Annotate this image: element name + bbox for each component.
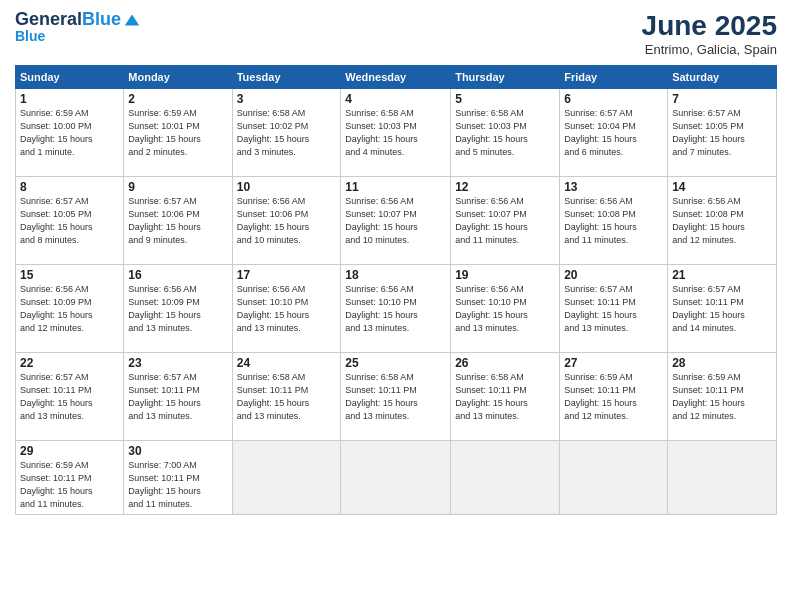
calendar-cell: 3Sunrise: 6:58 AM Sunset: 10:02 PM Dayli… — [232, 89, 341, 177]
weekday-header-tuesday: Tuesday — [232, 66, 341, 89]
day-number: 27 — [564, 356, 663, 370]
calendar-cell: 24Sunrise: 6:58 AM Sunset: 10:11 PM Dayl… — [232, 353, 341, 441]
day-info: Sunrise: 6:59 AM Sunset: 10:11 PM Daylig… — [20, 459, 119, 511]
day-number: 1 — [20, 92, 119, 106]
day-number: 23 — [128, 356, 227, 370]
day-info: Sunrise: 6:58 AM Sunset: 10:11 PM Daylig… — [345, 371, 446, 423]
calendar-cell: 15Sunrise: 6:56 AM Sunset: 10:09 PM Dayl… — [16, 265, 124, 353]
calendar-cell: 8Sunrise: 6:57 AM Sunset: 10:05 PM Dayli… — [16, 177, 124, 265]
calendar-cell: 29Sunrise: 6:59 AM Sunset: 10:11 PM Dayl… — [16, 441, 124, 515]
calendar-cell: 5Sunrise: 6:58 AM Sunset: 10:03 PM Dayli… — [451, 89, 560, 177]
day-number: 16 — [128, 268, 227, 282]
calendar-week-row: 15Sunrise: 6:56 AM Sunset: 10:09 PM Dayl… — [16, 265, 777, 353]
day-info: Sunrise: 6:56 AM Sunset: 10:06 PM Daylig… — [237, 195, 337, 247]
day-info: Sunrise: 6:56 AM Sunset: 10:09 PM Daylig… — [20, 283, 119, 335]
calendar-cell: 23Sunrise: 6:57 AM Sunset: 10:11 PM Dayl… — [124, 353, 232, 441]
calendar-cell: 30Sunrise: 7:00 AM Sunset: 10:11 PM Dayl… — [124, 441, 232, 515]
day-number: 4 — [345, 92, 446, 106]
day-info: Sunrise: 6:59 AM Sunset: 10:00 PM Daylig… — [20, 107, 119, 159]
calendar-cell: 9Sunrise: 6:57 AM Sunset: 10:06 PM Dayli… — [124, 177, 232, 265]
day-number: 18 — [345, 268, 446, 282]
calendar-week-row: 22Sunrise: 6:57 AM Sunset: 10:11 PM Dayl… — [16, 353, 777, 441]
day-info: Sunrise: 6:57 AM Sunset: 10:05 PM Daylig… — [672, 107, 772, 159]
day-info: Sunrise: 6:57 AM Sunset: 10:06 PM Daylig… — [128, 195, 227, 247]
day-info: Sunrise: 6:56 AM Sunset: 10:08 PM Daylig… — [564, 195, 663, 247]
calendar-cell: 21Sunrise: 6:57 AM Sunset: 10:11 PM Dayl… — [668, 265, 777, 353]
day-info: Sunrise: 6:56 AM Sunset: 10:08 PM Daylig… — [672, 195, 772, 247]
logo-blue: Blue — [15, 28, 141, 44]
calendar-cell: 12Sunrise: 6:56 AM Sunset: 10:07 PM Dayl… — [451, 177, 560, 265]
day-info: Sunrise: 6:56 AM Sunset: 10:07 PM Daylig… — [345, 195, 446, 247]
calendar-cell: 28Sunrise: 6:59 AM Sunset: 10:11 PM Dayl… — [668, 353, 777, 441]
calendar-cell — [560, 441, 668, 515]
weekday-header-sunday: Sunday — [16, 66, 124, 89]
day-info: Sunrise: 6:56 AM Sunset: 10:10 PM Daylig… — [455, 283, 555, 335]
day-number: 29 — [20, 444, 119, 458]
day-number: 13 — [564, 180, 663, 194]
day-info: Sunrise: 6:57 AM Sunset: 10:11 PM Daylig… — [20, 371, 119, 423]
day-info: Sunrise: 6:57 AM Sunset: 10:04 PM Daylig… — [564, 107, 663, 159]
day-number: 2 — [128, 92, 227, 106]
weekday-header-saturday: Saturday — [668, 66, 777, 89]
calendar-cell: 2Sunrise: 6:59 AM Sunset: 10:01 PM Dayli… — [124, 89, 232, 177]
day-number: 22 — [20, 356, 119, 370]
page-container: GeneralBlue Blue June 2025 Entrimo, Gali… — [0, 0, 792, 525]
calendar-cell: 1Sunrise: 6:59 AM Sunset: 10:00 PM Dayli… — [16, 89, 124, 177]
day-info: Sunrise: 6:56 AM Sunset: 10:09 PM Daylig… — [128, 283, 227, 335]
calendar-cell: 20Sunrise: 6:57 AM Sunset: 10:11 PM Dayl… — [560, 265, 668, 353]
day-number: 12 — [455, 180, 555, 194]
calendar-cell: 4Sunrise: 6:58 AM Sunset: 10:03 PM Dayli… — [341, 89, 451, 177]
day-number: 17 — [237, 268, 337, 282]
day-number: 5 — [455, 92, 555, 106]
calendar-week-row: 1Sunrise: 6:59 AM Sunset: 10:00 PM Dayli… — [16, 89, 777, 177]
calendar-cell: 13Sunrise: 6:56 AM Sunset: 10:08 PM Dayl… — [560, 177, 668, 265]
day-number: 25 — [345, 356, 446, 370]
day-number: 20 — [564, 268, 663, 282]
day-number: 21 — [672, 268, 772, 282]
day-number: 8 — [20, 180, 119, 194]
day-number: 30 — [128, 444, 227, 458]
month-title: June 2025 — [642, 10, 777, 42]
logo-icon — [123, 11, 141, 29]
calendar-cell: 26Sunrise: 6:58 AM Sunset: 10:11 PM Dayl… — [451, 353, 560, 441]
calendar-cell: 25Sunrise: 6:58 AM Sunset: 10:11 PM Dayl… — [341, 353, 451, 441]
calendar-week-row: 8Sunrise: 6:57 AM Sunset: 10:05 PM Dayli… — [16, 177, 777, 265]
day-info: Sunrise: 6:58 AM Sunset: 10:11 PM Daylig… — [455, 371, 555, 423]
day-info: Sunrise: 7:00 AM Sunset: 10:11 PM Daylig… — [128, 459, 227, 511]
day-number: 7 — [672, 92, 772, 106]
day-info: Sunrise: 6:58 AM Sunset: 10:02 PM Daylig… — [237, 107, 337, 159]
calendar-cell: 14Sunrise: 6:56 AM Sunset: 10:08 PM Dayl… — [668, 177, 777, 265]
logo-text: GeneralBlue — [15, 10, 121, 30]
calendar-cell — [341, 441, 451, 515]
day-info: Sunrise: 6:58 AM Sunset: 10:03 PM Daylig… — [345, 107, 446, 159]
svg-marker-0 — [125, 14, 139, 25]
weekday-header-monday: Monday — [124, 66, 232, 89]
day-number: 9 — [128, 180, 227, 194]
title-block: June 2025 Entrimo, Galicia, Spain — [642, 10, 777, 57]
calendar-cell: 7Sunrise: 6:57 AM Sunset: 10:05 PM Dayli… — [668, 89, 777, 177]
day-number: 19 — [455, 268, 555, 282]
calendar-cell: 27Sunrise: 6:59 AM Sunset: 10:11 PM Dayl… — [560, 353, 668, 441]
calendar-cell: 17Sunrise: 6:56 AM Sunset: 10:10 PM Dayl… — [232, 265, 341, 353]
calendar-cell: 16Sunrise: 6:56 AM Sunset: 10:09 PM Dayl… — [124, 265, 232, 353]
day-number: 24 — [237, 356, 337, 370]
day-info: Sunrise: 6:57 AM Sunset: 10:05 PM Daylig… — [20, 195, 119, 247]
day-info: Sunrise: 6:57 AM Sunset: 10:11 PM Daylig… — [672, 283, 772, 335]
day-info: Sunrise: 6:58 AM Sunset: 10:11 PM Daylig… — [237, 371, 337, 423]
day-number: 3 — [237, 92, 337, 106]
day-number: 26 — [455, 356, 555, 370]
day-info: Sunrise: 6:56 AM Sunset: 10:10 PM Daylig… — [345, 283, 446, 335]
day-number: 11 — [345, 180, 446, 194]
calendar-cell: 19Sunrise: 6:56 AM Sunset: 10:10 PM Dayl… — [451, 265, 560, 353]
calendar-cell — [451, 441, 560, 515]
day-info: Sunrise: 6:58 AM Sunset: 10:03 PM Daylig… — [455, 107, 555, 159]
day-number: 6 — [564, 92, 663, 106]
calendar-cell: 10Sunrise: 6:56 AM Sunset: 10:06 PM Dayl… — [232, 177, 341, 265]
day-info: Sunrise: 6:57 AM Sunset: 10:11 PM Daylig… — [128, 371, 227, 423]
day-number: 10 — [237, 180, 337, 194]
calendar-cell: 6Sunrise: 6:57 AM Sunset: 10:04 PM Dayli… — [560, 89, 668, 177]
day-number: 14 — [672, 180, 772, 194]
calendar-cell: 11Sunrise: 6:56 AM Sunset: 10:07 PM Dayl… — [341, 177, 451, 265]
day-info: Sunrise: 6:56 AM Sunset: 10:07 PM Daylig… — [455, 195, 555, 247]
weekday-header-friday: Friday — [560, 66, 668, 89]
